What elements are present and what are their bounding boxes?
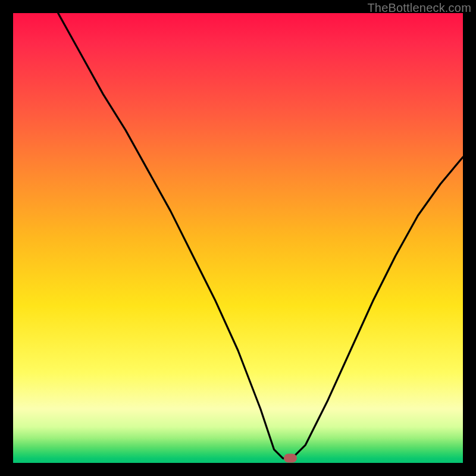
curve-path: [58, 13, 463, 458]
plot-area: [13, 13, 463, 463]
chart-frame: TheBottleneck.com: [0, 0, 476, 476]
bottleneck-curve: [13, 13, 463, 463]
optimum-marker: [284, 454, 297, 463]
watermark-text: TheBottleneck.com: [367, 1, 471, 15]
